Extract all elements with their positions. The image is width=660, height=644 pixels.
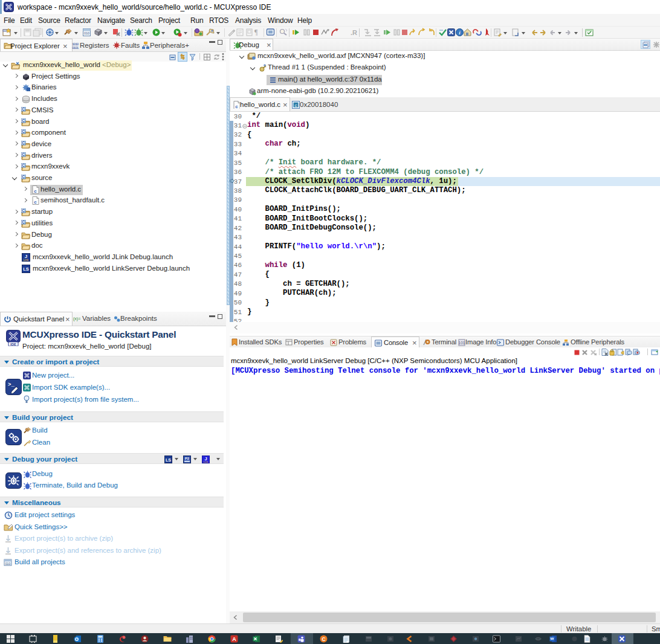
svg-text:Link: Link [24,258,29,261]
svg-text:0101: 0101 [72,46,79,50]
svg-text:(x)=: (x)= [73,317,80,321]
svg-text:A: A [232,636,236,642]
svg-text:LS: LS [23,266,29,272]
svg-text:LS: LS [166,457,171,462]
svg-text:.R: .R [351,29,357,36]
svg-text:c: c [294,103,297,108]
svg-text:IDE: IDE [10,343,16,346]
svg-text:C: C [322,636,325,642]
svg-text:Link: Link [204,460,208,463]
svg-text:010: 010 [84,31,89,35]
svg-text:010: 010 [5,562,11,565]
svg-text:P2: P2 [185,457,190,460]
svg-text:101: 101 [459,341,465,345]
svg-text:>_: >_ [8,382,15,388]
